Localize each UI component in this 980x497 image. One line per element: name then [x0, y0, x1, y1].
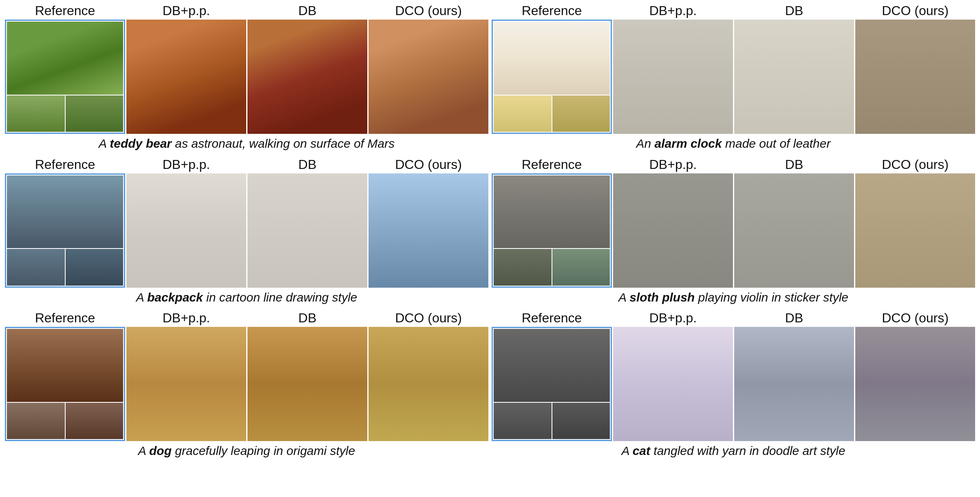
column-headers-row2-left: Reference DB+p.p. DB DCO (ours) [5, 157, 488, 172]
ref-thumb2-r3r [552, 403, 610, 439]
gen-image-dbpp-r2l [126, 173, 246, 288]
gen-image-dbpp-r2r [613, 173, 733, 288]
group-dog: Reference DB+p.p. DB DCO (ours) A dog gr… [5, 311, 488, 464]
col-header-dbpp-r2r: DB+p.p. [613, 157, 733, 172]
column-headers-row1-right: Reference DB+p.p. DB DCO (ours) [492, 3, 975, 18]
caption-post-r2l: in cartoon line drawing style [203, 291, 358, 304]
caption-post-r3l: gracefully leaping in origami style [172, 444, 355, 457]
gen-image-db-r2r [734, 173, 854, 288]
images-row1-right [492, 20, 975, 134]
group-sloth-plush: Reference DB+p.p. DB DCO (ours) A sloth … [492, 157, 975, 310]
ref-main-image-r2l [7, 175, 123, 248]
ref-thumb1-r1r [494, 95, 552, 132]
gen-image-dbpp-r3l [126, 327, 246, 441]
row-2: Reference DB+p.p. DB DCO (ours) A backpa… [5, 157, 975, 310]
caption-r1l: A teddy bear as astronaut, walking on su… [5, 134, 488, 156]
col-header-db-r2l: DB [247, 157, 367, 172]
caption-r2l: A backpack in cartoon line drawing style [5, 288, 488, 310]
col-header-dco-r3l: DCO (ours) [369, 311, 488, 326]
col-header-dbpp-r2l: DB+p.p. [126, 157, 246, 172]
gen-image-db-r3l [247, 327, 367, 441]
column-headers-row3-right: Reference DB+p.p. DB DCO (ours) [492, 311, 975, 326]
caption-pre-r1l: A [99, 137, 110, 150]
caption-bold-r3r: cat [633, 444, 650, 457]
caption-r3r: A cat tangled with yarn in doodle art st… [492, 441, 975, 464]
gen-image-dco-r2r [855, 173, 975, 288]
gen-image-db-r1r [734, 20, 854, 134]
caption-pre-r2r: A [618, 291, 629, 304]
ref-thumb1-r3r [494, 403, 552, 439]
main-container: Reference DB+p.p. DB DCO (ours) A teddy … [5, 3, 975, 464]
caption-pre-r3l: A [138, 444, 149, 457]
gen-image-db-r3r [734, 327, 854, 441]
column-headers-row2-right: Reference DB+p.p. DB DCO (ours) [492, 157, 975, 172]
group-backpack: Reference DB+p.p. DB DCO (ours) A backpa… [5, 157, 488, 310]
ref-thumb2-r1r [552, 95, 610, 132]
group-alarm-clock: Reference DB+p.p. DB DCO (ours) An alarm… [492, 3, 975, 156]
gen-image-dbpp-r1r [613, 20, 733, 134]
gen-image-dco-r1l [369, 20, 488, 134]
images-row2-left [5, 173, 488, 288]
caption-r2r: A sloth plush playing violin in sticker … [492, 288, 975, 310]
column-headers-row3-left: Reference DB+p.p. DB DCO (ours) [5, 311, 488, 326]
caption-bold-r1l: teddy bear [110, 137, 172, 150]
caption-bold-r2l: backpack [147, 291, 203, 304]
caption-pre-r3r: A [621, 444, 632, 457]
col-header-dbpp-r3l: DB+p.p. [126, 311, 246, 326]
group-cat: Reference DB+p.p. DB DCO (ours) A cat ta… [492, 311, 975, 464]
caption-r1r: An alarm clock made out of leather [492, 134, 975, 156]
col-header-dbpp-r1l: DB+p.p. [126, 3, 246, 18]
gen-image-dco-r1r [855, 20, 975, 134]
col-header-dco-r2l: DCO (ours) [369, 157, 488, 172]
col-header-reference-r1r: Reference [492, 3, 612, 18]
gen-image-dbpp-r3r [613, 327, 733, 441]
row-3: Reference DB+p.p. DB DCO (ours) A dog gr… [5, 311, 975, 464]
ref-thumb2-r1l [66, 95, 124, 132]
ref-thumb2-r2l [66, 249, 124, 285]
col-header-reference-r2r: Reference [492, 157, 612, 172]
group-teddy-bear: Reference DB+p.p. DB DCO (ours) A teddy … [5, 3, 488, 156]
column-headers-row1-left: Reference DB+p.p. DB DCO (ours) [5, 3, 488, 18]
col-header-reference-r2l: Reference [5, 157, 125, 172]
caption-bold-r2r: sloth plush [629, 291, 695, 304]
col-header-dbpp-r1r: DB+p.p. [613, 3, 733, 18]
caption-pre-r2l: A [136, 291, 147, 304]
col-header-dco-r1l: DCO (ours) [369, 3, 488, 18]
reference-cell-r2r [492, 173, 612, 288]
ref-thumb1-r2r [494, 249, 552, 285]
gen-image-db-r2l [247, 173, 367, 288]
caption-post-r3r: tangled with yarn in doodle art style [650, 444, 845, 457]
ref-main-image-r1r [494, 22, 610, 95]
caption-r3l: A dog gracefully leaping in origami styl… [5, 441, 488, 464]
ref-main-image-r1l [7, 22, 123, 95]
ref-main-image-r2r [494, 175, 610, 248]
gen-image-dco-r3r [855, 327, 975, 441]
col-header-dco-r1r: DCO (ours) [855, 3, 975, 18]
ref-thumb1-r1l [7, 95, 65, 132]
caption-bold-r3l: dog [149, 444, 172, 457]
caption-pre-r1r: An [636, 137, 655, 150]
images-row2-right [492, 173, 975, 288]
ref-thumb2-r2r [552, 249, 610, 285]
col-header-dco-r3r: DCO (ours) [855, 311, 975, 326]
reference-cell-r2l [5, 173, 125, 288]
gen-image-db-r1l [247, 20, 367, 134]
ref-thumb1-r2l [7, 249, 65, 285]
col-header-reference-r3l: Reference [5, 311, 125, 326]
reference-cell-r3l [5, 327, 125, 441]
col-header-db-r1l: DB [247, 3, 367, 18]
col-header-db-r3l: DB [247, 311, 367, 326]
col-header-db-r1r: DB [734, 3, 854, 18]
ref-thumb2-r3l [66, 403, 124, 439]
gen-image-dbpp-r1l [126, 20, 246, 134]
reference-cell-r1r [492, 20, 612, 134]
ref-main-image-r3l [7, 329, 123, 402]
gen-image-dco-r3l [369, 327, 488, 441]
ref-thumb1-r3l [7, 403, 65, 439]
images-row1-left [5, 20, 488, 134]
caption-bold-r1r: alarm clock [655, 137, 722, 150]
caption-post-r1r: made out of leather [722, 137, 831, 150]
reference-cell-r1l [5, 20, 125, 134]
caption-post-r1l: as astronaut, walking on surface of Mars [172, 137, 395, 150]
col-header-dbpp-r3r: DB+p.p. [613, 311, 733, 326]
